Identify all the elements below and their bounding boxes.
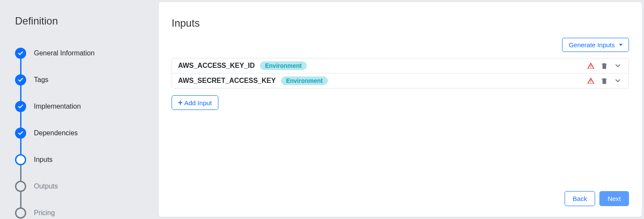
step-label: General Information <box>34 49 94 57</box>
input-name: AWS_SECRET_ACCESS_KEY <box>178 77 276 85</box>
add-input-label: Add Input <box>184 99 212 106</box>
next-button[interactable]: Next <box>599 191 629 206</box>
delete-button[interactable] <box>600 61 609 70</box>
check-icon <box>15 101 26 112</box>
top-actions: Generate Inputs <box>172 38 629 52</box>
step-tags[interactable]: Tags <box>15 67 146 93</box>
generate-inputs-button[interactable]: Generate Inputs <box>562 38 629 52</box>
step-outputs[interactable]: Outputs <box>15 173 146 200</box>
delete-button[interactable] <box>600 76 609 85</box>
warning-icon <box>586 76 596 85</box>
row-actions <box>586 76 623 85</box>
input-name: AWS_ACCESS_KEY_ID <box>178 62 255 70</box>
circle-pending-icon <box>15 181 26 192</box>
input-list: AWS_ACCESS_KEY_ID Environment AWS_SECRET… <box>172 58 629 88</box>
input-badge: Environment <box>260 61 307 70</box>
step-label: Inputs <box>34 156 53 164</box>
step-inputs[interactable]: Inputs <box>15 146 146 173</box>
expand-button[interactable] <box>613 61 623 70</box>
input-row[interactable]: AWS_SECRET_ACCESS_KEY Environment <box>172 73 629 88</box>
row-actions <box>586 61 623 70</box>
check-icon <box>15 74 26 85</box>
circle-pending-icon <box>15 207 26 219</box>
step-pricing[interactable]: Pricing <box>15 200 146 219</box>
add-input-button[interactable]: + Add Input <box>172 95 218 110</box>
circle-current-icon <box>15 154 26 165</box>
main-panel: Inputs Generate Inputs AWS_ACCESS_KEY_ID… <box>159 2 642 217</box>
caret-down-icon <box>619 44 623 46</box>
step-label: Dependencies <box>34 129 78 137</box>
warning-icon <box>586 61 596 70</box>
check-icon <box>15 48 26 59</box>
add-input-container: + Add Input <box>172 95 629 110</box>
check-icon <box>15 128 26 139</box>
sidebar-title: Definition <box>15 15 146 27</box>
step-label: Implementation <box>34 103 81 110</box>
step-general-information[interactable]: General Information <box>15 40 146 67</box>
input-badge: Environment <box>281 76 328 85</box>
step-dependencies[interactable]: Dependencies <box>15 120 146 146</box>
step-label: Tags <box>34 76 48 84</box>
back-button[interactable]: Back <box>565 191 595 206</box>
step-label: Outputs <box>34 182 58 190</box>
steps-list: General Information Tags Implementation <box>15 40 146 219</box>
input-row[interactable]: AWS_ACCESS_KEY_ID Environment <box>172 58 629 73</box>
page-title: Inputs <box>172 17 629 29</box>
expand-button[interactable] <box>613 76 623 85</box>
sidebar: Definition General Information Tags <box>0 0 159 219</box>
footer: Back Next <box>172 191 629 206</box>
step-implementation[interactable]: Implementation <box>15 93 146 120</box>
step-label: Pricing <box>34 209 55 217</box>
plus-icon: + <box>178 99 183 106</box>
generate-inputs-label: Generate Inputs <box>568 41 615 49</box>
